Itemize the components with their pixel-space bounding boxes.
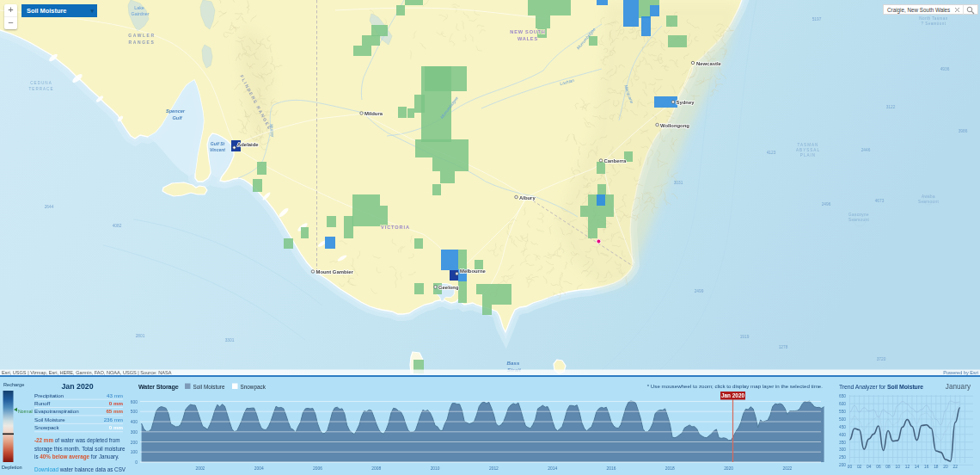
svg-text:* Use mousewheel to zoom; clic: * Use mousewheel to zoom; click to displ…	[647, 383, 824, 389]
svg-text:January: January	[946, 383, 971, 391]
svg-text:Soil Moisture: Soil Moisture	[34, 416, 65, 423]
svg-text:2022: 2022	[782, 466, 792, 471]
svg-text:2016: 2016	[607, 466, 616, 471]
svg-text:2004: 2004	[254, 466, 264, 471]
svg-text:Normal: Normal	[18, 409, 33, 414]
svg-text:0 mm: 0 mm	[109, 400, 124, 406]
svg-text:200: 200	[839, 463, 846, 467]
svg-text:Jan 2020: Jan 2020	[61, 382, 93, 391]
svg-text:250: 250	[839, 455, 846, 460]
svg-text:400: 400	[131, 420, 138, 424]
svg-text:600: 600	[131, 400, 138, 404]
svg-text:Trend Analyzer for Soil Moistu: Trend Analyzer for Soil Moisture	[839, 384, 923, 391]
svg-text:43 mm: 43 mm	[107, 392, 123, 398]
svg-text:500: 500	[131, 410, 138, 414]
svg-text:0: 0	[135, 460, 138, 465]
svg-text:Snowpack: Snowpack	[241, 384, 266, 391]
svg-text:Runoff: Runoff	[34, 400, 50, 406]
svg-text:2006: 2006	[313, 466, 322, 471]
svg-text:Precipitation: Precipitation	[34, 392, 64, 398]
svg-text:Depletion: Depletion	[2, 465, 22, 470]
svg-text:2018: 2018	[665, 466, 675, 471]
svg-text:2020: 2020	[724, 466, 733, 471]
svg-text:550: 550	[839, 410, 846, 414]
svg-text:Water Storage: Water Storage	[138, 383, 179, 391]
svg-text:300: 300	[839, 447, 846, 452]
svg-text:0 mm: 0 mm	[109, 424, 124, 430]
svg-text:300: 300	[131, 430, 138, 435]
svg-text:400: 400	[839, 433, 846, 437]
svg-text:100: 100	[131, 450, 138, 454]
svg-text:20: 20	[943, 465, 948, 469]
svg-text:350: 350	[839, 441, 846, 445]
svg-text:22: 22	[953, 465, 959, 469]
svg-text:12: 12	[905, 465, 910, 469]
svg-text:2014: 2014	[548, 466, 557, 471]
svg-text:06: 06	[876, 465, 881, 469]
svg-text:450: 450	[839, 425, 846, 429]
svg-text:Recharge: Recharge	[3, 382, 24, 387]
svg-text:16: 16	[924, 465, 929, 469]
svg-text:600: 600	[839, 402, 846, 406]
svg-text:00: 00	[848, 465, 853, 469]
svg-text:18: 18	[934, 465, 939, 469]
svg-text:Jan 2020: Jan 2020	[721, 392, 744, 398]
svg-text:10: 10	[896, 465, 901, 469]
svg-text:storage this month. Total soil: storage this month. Total soil moisture	[34, 446, 126, 453]
svg-text:08: 08	[885, 465, 891, 469]
svg-text:2012: 2012	[489, 466, 499, 471]
svg-text:2008: 2008	[371, 466, 381, 471]
svg-text:2002: 2002	[195, 466, 205, 471]
svg-text:200: 200	[131, 441, 138, 445]
svg-text:is 40% below average for Janua: is 40% below average for January.	[34, 453, 119, 460]
svg-text:Evapotranspiration: Evapotranspiration	[34, 408, 79, 414]
svg-text:14: 14	[915, 465, 920, 469]
svg-text:65 mm: 65 mm	[106, 408, 123, 414]
svg-text:Download water balance data as: Download water balance data as CSV	[34, 466, 126, 472]
svg-text:02: 02	[857, 465, 862, 469]
svg-text:650: 650	[839, 394, 846, 398]
svg-text:500: 500	[839, 417, 846, 422]
svg-text:04: 04	[867, 465, 872, 469]
svg-text:-22 mm of water was depleted f: -22 mm of water was depleted from	[34, 437, 119, 444]
svg-text:236 mm: 236 mm	[104, 416, 123, 423]
svg-text:Snowpack: Snowpack	[34, 424, 59, 430]
svg-text:Soil Moisture: Soil Moisture	[193, 384, 225, 390]
svg-text:2010: 2010	[431, 466, 440, 471]
